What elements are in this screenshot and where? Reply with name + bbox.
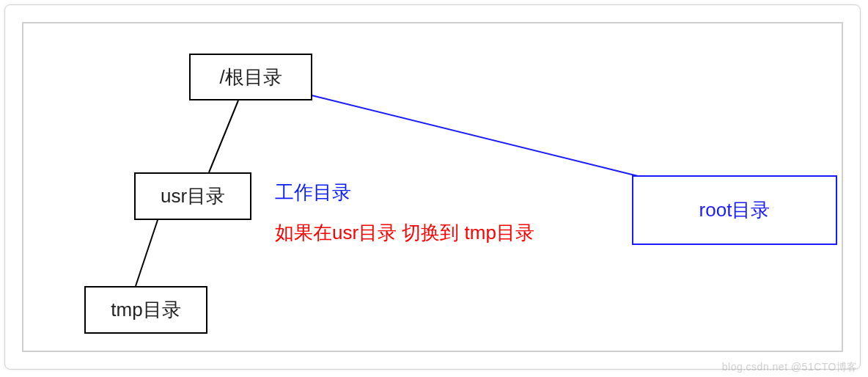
label-instruction-text: 如果在usr目录 切换到 tmp目录	[275, 222, 534, 244]
label-working-dir-text: 工作目录	[275, 181, 351, 203]
node-root-dir: root目录	[632, 175, 837, 245]
node-tmp: tmp目录	[84, 286, 207, 334]
label-working-dir: 工作目录	[275, 180, 351, 205]
node-root-label: /根目录	[219, 65, 282, 90]
node-tmp-label: tmp目录	[111, 297, 180, 323]
label-instruction: 如果在usr目录 切换到 tmp目录	[275, 220, 534, 246]
node-root: /根目录	[189, 54, 312, 100]
watermark-text: blog.csdn.net @51CTO博客	[722, 361, 858, 373]
node-usr: usr目录	[134, 172, 251, 220]
watermark: blog.csdn.net @51CTO博客	[722, 361, 858, 374]
node-root-dir-label: root目录	[699, 197, 770, 223]
node-usr-label: usr目录	[161, 183, 225, 209]
